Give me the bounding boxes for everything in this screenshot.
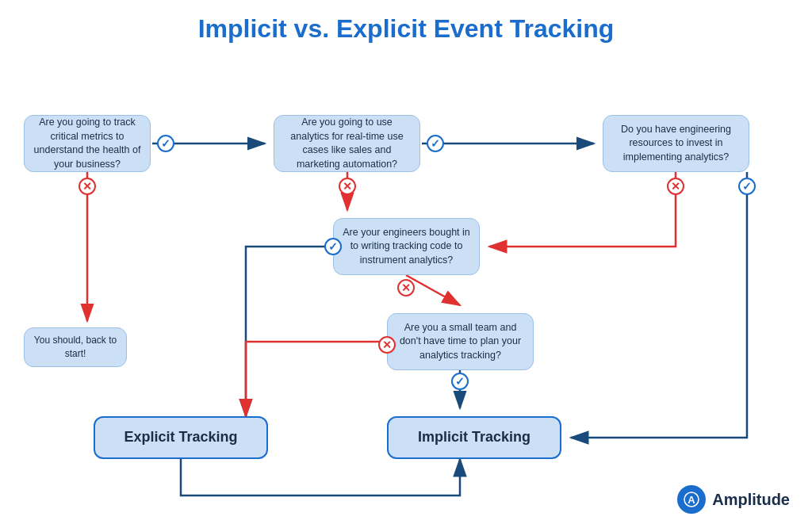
amplitude-logo: A Amplitude bbox=[677, 485, 790, 514]
connector-q3-yes: ✓ bbox=[738, 178, 756, 195]
implicit-tracking-box: Implicit Tracking bbox=[387, 416, 561, 459]
connector-q1-yes: ✓ bbox=[157, 135, 174, 152]
connector-q3-no: ✕ bbox=[667, 178, 684, 195]
connector-q5-yes: ✓ bbox=[451, 373, 469, 390]
connector-q1-no: ✕ bbox=[79, 178, 96, 195]
connector-q4-no: ✕ bbox=[397, 279, 415, 297]
question-box-1: Are you going to track critical metrics … bbox=[24, 115, 151, 172]
svg-text:A: A bbox=[688, 494, 696, 506]
connector-q2-no: ✕ bbox=[339, 178, 356, 195]
question-box-2: Are you going to use analytics for real-… bbox=[274, 115, 420, 172]
amplitude-icon: A bbox=[677, 485, 706, 514]
amplitude-label: Amplitude bbox=[712, 491, 790, 509]
back-to-start-box: You should, back to start! bbox=[24, 327, 127, 367]
question-box-3: Do you have engineering resources to inv… bbox=[603, 115, 749, 172]
explicit-tracking-box: Explicit Tracking bbox=[94, 416, 268, 459]
connector-q2-yes: ✓ bbox=[427, 135, 444, 152]
connector-q5-no: ✕ bbox=[378, 336, 396, 354]
question-box-4: Are your engineers bought in to writing … bbox=[333, 218, 480, 275]
page-title: Implicit vs. Explicit Event Tracking bbox=[0, 0, 812, 52]
connector-q4-yes: ✓ bbox=[324, 238, 342, 255]
question-box-5: Are you a small team and don't have time… bbox=[387, 313, 534, 370]
